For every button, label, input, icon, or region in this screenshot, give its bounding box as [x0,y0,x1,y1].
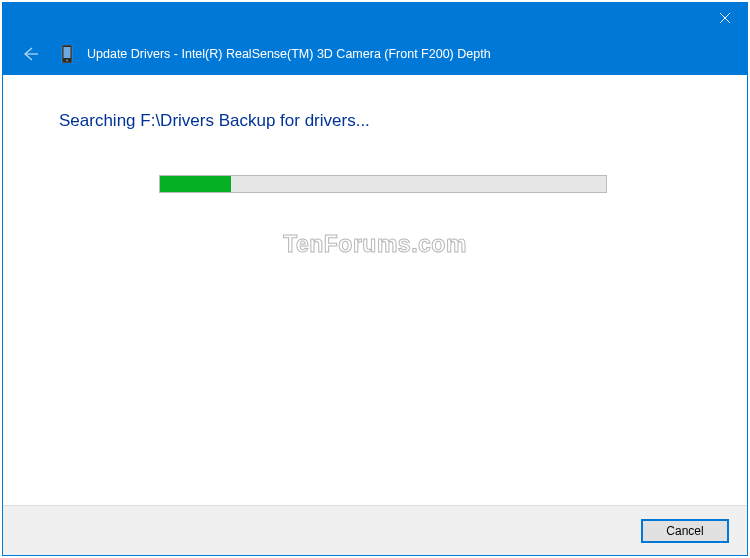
device-icon [59,44,75,64]
svg-rect-4 [64,47,71,58]
watermark-text: TenForums.com [3,231,747,258]
svg-point-5 [66,60,68,62]
update-drivers-dialog: Update Drivers - Intel(R) RealSense(TM) … [2,2,748,556]
wizard-header: Update Drivers - Intel(R) RealSense(TM) … [3,33,747,75]
close-button[interactable] [702,3,747,33]
close-icon [720,13,730,23]
back-arrow-icon [20,44,40,64]
titlebar [3,3,747,33]
back-button[interactable] [19,43,41,65]
status-heading: Searching F:\Drivers Backup for drivers.… [59,111,691,131]
progress-fill [160,176,231,192]
dialog-content: Searching F:\Drivers Backup for drivers.… [3,75,747,505]
dialog-footer: Cancel [3,505,747,555]
dialog-title: Update Drivers - Intel(R) RealSense(TM) … [87,47,491,61]
progress-bar [159,175,607,193]
cancel-button[interactable]: Cancel [641,519,729,543]
